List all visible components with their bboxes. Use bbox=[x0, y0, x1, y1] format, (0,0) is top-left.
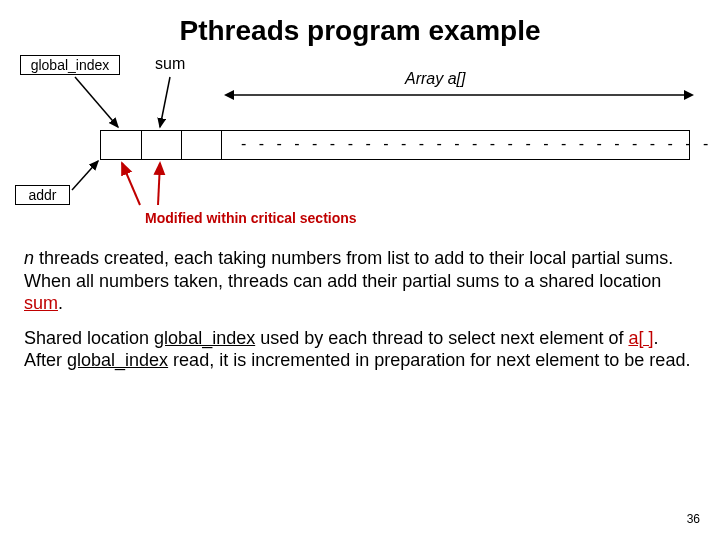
diagram: global_index sum Array a[] - - - - - - -… bbox=[20, 55, 700, 235]
svg-marker-4 bbox=[684, 90, 694, 100]
svg-line-6 bbox=[122, 163, 140, 205]
p2-global-index2: global_index bbox=[67, 350, 168, 370]
paragraph-1: n threads created, each taking numbers f… bbox=[20, 247, 700, 315]
p2-a: Shared location bbox=[24, 328, 154, 348]
p2-global-index: global_index bbox=[154, 328, 255, 348]
arrows-svg bbox=[20, 55, 700, 235]
p1-n: n bbox=[24, 248, 34, 268]
paragraph-2: Shared location global_index used by eac… bbox=[20, 327, 700, 372]
p1-period: . bbox=[58, 293, 63, 313]
svg-marker-3 bbox=[224, 90, 234, 100]
svg-line-0 bbox=[75, 77, 118, 127]
p2-d: read, it is incremented in preparation f… bbox=[168, 350, 690, 370]
page-number: 36 bbox=[687, 512, 700, 526]
p1-rest: threads created, each taking numbers fro… bbox=[24, 248, 673, 291]
svg-line-5 bbox=[72, 161, 98, 190]
svg-line-1 bbox=[160, 77, 170, 127]
p2-arr: a[ ] bbox=[628, 328, 653, 348]
p1-sum: sum bbox=[24, 293, 58, 313]
p2-b: used by each thread to select next eleme… bbox=[255, 328, 628, 348]
svg-line-7 bbox=[158, 163, 160, 205]
slide-title: Pthreads program example bbox=[20, 15, 700, 47]
